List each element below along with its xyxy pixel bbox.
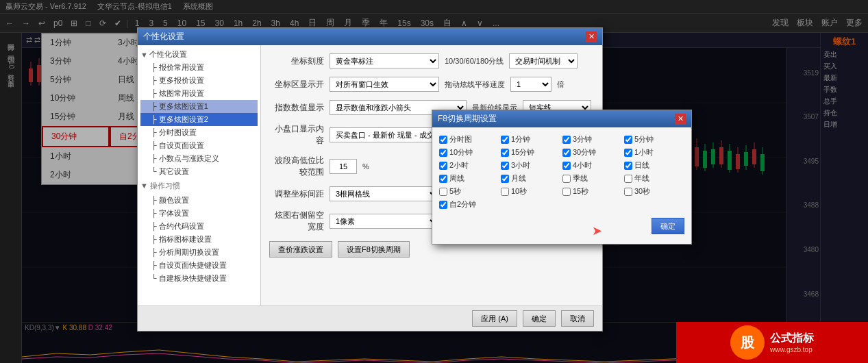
tree-item-8[interactable]: └ 其它设置 — [140, 165, 258, 178]
tree-item-6[interactable]: ├ 自设页面设置 — [140, 139, 258, 152]
f8-check-quarterly[interactable] — [562, 175, 571, 183]
undo-btn[interactable]: ↩ — [36, 17, 48, 29]
check-price-btn[interactable]: 查价涨跌设置 — [269, 241, 332, 258]
tree-item-2[interactable]: ├ 炫图常用设置 — [140, 87, 258, 100]
menu-5min[interactable]: 5分钟 — [42, 71, 110, 89]
menu-2h[interactable]: 2小时 — [42, 166, 110, 184]
f8-check-30s[interactable] — [624, 188, 632, 196]
tree-ops-1[interactable]: ├ 字体设置 — [140, 207, 258, 220]
menu-10min[interactable]: 10分钟 — [42, 89, 110, 108]
price-3519: 3519 — [788, 69, 819, 77]
tree-item-7[interactable]: ├ 小数点与涨跌定义 — [140, 152, 258, 165]
tree-panel: ▼ 个性化设置 ├ 报价常用设置 ├ 更多报价设置 ├ 炫图常用设置 ├ 更多炫… — [138, 45, 261, 305]
p-btn[interactable]: p0 — [51, 17, 65, 29]
f8-check-monthly[interactable] — [501, 175, 509, 183]
rs-buy-label: 买入 — [823, 62, 865, 71]
wave-input[interactable] — [330, 159, 357, 174]
tree-item-4[interactable]: ├ 更多炫图设置2 — [140, 113, 258, 126]
box-btn[interactable]: □ — [83, 17, 93, 29]
f8-check-custom-2min[interactable] — [439, 201, 447, 209]
display-select[interactable]: 对所有窗口生效 — [330, 77, 439, 92]
price-scale: 3519 3507 3495 3488 3480 3468 3456 — [786, 48, 820, 363]
tree-ops-2[interactable]: ├ 合约代码设置 — [140, 220, 258, 233]
set-f8-btn[interactable]: 设置F8切换周期 — [338, 241, 410, 258]
f8-check-5min[interactable] — [624, 136, 632, 144]
f8-check-3h[interactable] — [501, 162, 509, 170]
f8-item-daily: 日线 — [624, 160, 684, 171]
board-btn[interactable]: 板块 — [794, 16, 816, 30]
scale-select[interactable]: 黄金率标注 — [330, 53, 439, 68]
f8-check-fen[interactable] — [439, 136, 447, 144]
settings-footer: 应用 (A) 确定 取消 — [138, 305, 602, 331]
f8-check-5s[interactable] — [439, 188, 447, 196]
sidebar-k[interactable]: K线图 — [5, 42, 17, 53]
f8-close-btn[interactable]: ✕ — [675, 114, 686, 125]
f8-grid: 分时图 1分钟 3分钟 5分钟 10分钟 15分钟 — [439, 134, 684, 210]
back-btn[interactable]: ← — [3, 17, 16, 29]
price-3507: 3507 — [788, 113, 819, 121]
settings-title-bar: 个性化设置 ✕ — [138, 28, 602, 45]
settings-close-btn[interactable]: ✕ — [586, 32, 597, 42]
fwd-btn[interactable]: → — [19, 17, 33, 29]
f8-check-1min[interactable] — [501, 136, 509, 144]
check-btn[interactable]: ✔ — [112, 17, 124, 29]
sidebar-fen[interactable]: 分时图 — [5, 36, 17, 41]
f8-check-10s[interactable] — [501, 188, 509, 196]
f8-check-4h[interactable] — [562, 162, 571, 170]
f8-item-10s: 10秒 — [501, 186, 561, 197]
f8-check-daily[interactable] — [624, 162, 632, 170]
grid-btn[interactable]: ⊞ — [68, 17, 80, 29]
account-btn[interactable]: 账户 — [819, 16, 841, 30]
menu-30min[interactable]: 30分钟 — [42, 126, 110, 147]
f8-check-yearly[interactable] — [624, 175, 632, 183]
adjust-select[interactable]: 3根网格线 — [330, 186, 439, 201]
f8-check-10min[interactable] — [439, 149, 447, 157]
f8-check-1h[interactable] — [624, 149, 632, 157]
tree-section-ops: ▼ 操作习惯 — [140, 178, 258, 194]
discover-btn[interactable]: 发现 — [769, 16, 791, 30]
left-sidebar: 分时图 K线图 F10资料 面下单 — [0, 33, 22, 363]
apply-btn[interactable]: 应用 (A) — [472, 310, 517, 327]
f8-empty1 — [501, 199, 561, 210]
refresh-btn[interactable]: ⟳ — [97, 17, 109, 29]
right-sidebar: 螺纹1 卖出 买入 最新 手数 总手 持仓 日增 — [820, 33, 868, 363]
tree-item-0[interactable]: ├ 报价常用设置 — [140, 61, 258, 74]
time-select[interactable]: 交易时间机制 — [509, 53, 578, 68]
promo-url: www.gszb.top — [770, 346, 814, 353]
menu-3min[interactable]: 3分钟 — [42, 52, 110, 71]
f8-check-3min[interactable] — [562, 136, 571, 144]
settings-confirm-btn[interactable]: 确定 — [523, 310, 556, 327]
tree-ops-6[interactable]: └ 自建板块快捷键设置 — [140, 272, 258, 285]
margin-select[interactable]: 1像素 — [330, 214, 439, 229]
f8-check-2h[interactable] — [439, 162, 447, 170]
tree-ops-3[interactable]: ├ 指标图标建设置 — [140, 233, 258, 246]
speed-unit: 倍 — [557, 79, 565, 90]
tree-item-3[interactable]: ├ 更多炫图设置1 — [140, 100, 258, 113]
small-window-label: 小盘口显示内容 — [269, 123, 324, 147]
wave-unit: % — [362, 162, 369, 171]
f8-check-15min[interactable] — [501, 149, 509, 157]
f8-confirm-btn[interactable]: 确定 — [652, 218, 684, 234]
menu-1h[interactable]: 1小时 — [42, 147, 110, 166]
settings-cancel-btn[interactable]: 取消 — [561, 310, 594, 327]
f8-check-15s[interactable] — [562, 188, 571, 196]
f8-dialog: F8切换周期设置 ✕ 分时图 1分钟 3分钟 5分钟 — [432, 110, 692, 245]
sidebar-panel[interactable]: 面下单 — [5, 73, 17, 78]
tree-ops-5[interactable]: ├ 自设页面快捷键设置 — [140, 259, 258, 272]
tree-item-5[interactable]: ├ 分时图设置 — [140, 126, 258, 139]
f8-check-30min[interactable] — [562, 149, 571, 157]
adjust-label: 调整坐标间距 — [269, 188, 324, 200]
sidebar-f10[interactable]: F10资料 — [5, 54, 17, 71]
more-btn[interactable]: 更多 — [843, 16, 865, 30]
f8-item-4h: 4小时 — [562, 160, 623, 171]
tree-root: ▼ 个性化设置 — [140, 48, 258, 61]
rs-hand-label: 手数 — [823, 85, 865, 95]
menu-15min[interactable]: 15分钟 — [42, 108, 110, 126]
speed-select[interactable]: 1 — [510, 77, 551, 92]
f8-check-weekly[interactable] — [439, 175, 447, 183]
f8-item-yearly: 年线 — [624, 173, 684, 184]
menu-1min[interactable]: 1分钟 — [42, 34, 110, 52]
tree-item-1[interactable]: ├ 更多报价设置 — [140, 74, 258, 87]
tree-ops-4[interactable]: ├ 分析周期切换设置 — [140, 246, 258, 259]
tree-ops-0[interactable]: ├ 颜色设置 — [140, 194, 258, 207]
